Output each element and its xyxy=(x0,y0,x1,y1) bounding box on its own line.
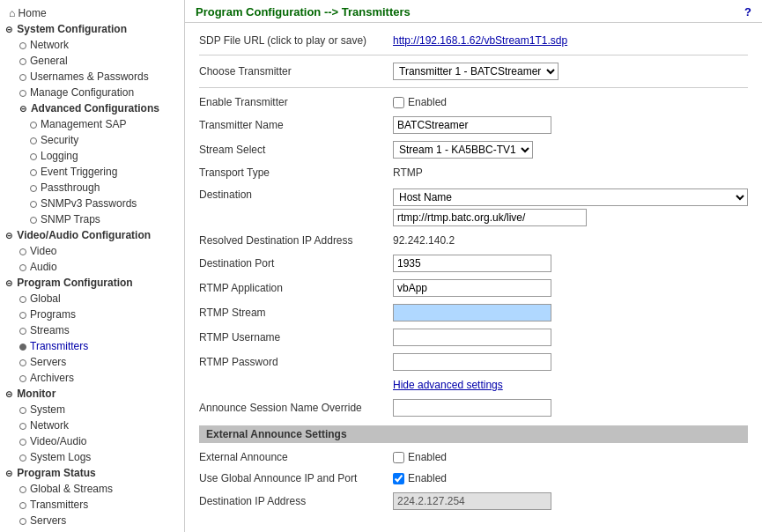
stream-select-value: Stream 1 - KA5BBC-TV1 xyxy=(393,141,748,159)
sidebar-item-network1[interactable]: Network xyxy=(0,37,184,53)
sidebar-item-video-audio[interactable]: ⊝ Video/Audio Configuration xyxy=(0,227,184,243)
stream-select-select[interactable]: Stream 1 - KA5BBC-TV1 xyxy=(393,141,533,159)
sidebar-item-program-config[interactable]: ⊝ Program Configuration xyxy=(0,275,184,291)
sidebar-item-servers-status[interactable]: Servers xyxy=(0,513,184,528)
enable-transmitter-row: Enable Transmitter Enabled xyxy=(199,92,748,113)
enable-transmitter-label: Enable Transmitter xyxy=(199,96,393,108)
collapse-icon: ⊝ xyxy=(19,104,26,114)
sidebar-item-system-config[interactable]: ⊝ System Configuration xyxy=(0,21,184,37)
sidebar-item-system-mon[interactable]: System xyxy=(0,402,184,417)
sidebar-item-mgmt-sap[interactable]: Management SAP xyxy=(0,116,184,132)
sidebar-item-snmp-traps[interactable]: SNMP Traps xyxy=(0,211,184,227)
bullet-icon xyxy=(19,423,26,430)
sidebar-item-home[interactable]: ⌂ Home xyxy=(0,5,184,21)
bullet-icon xyxy=(30,185,37,192)
rtmp-username-input[interactable] xyxy=(393,329,551,346)
bullet-icon xyxy=(19,486,26,493)
collapse-icon: ⊝ xyxy=(5,278,12,288)
sidebar-item-video-audio-mon[interactable]: Video/Audio xyxy=(0,433,184,449)
sidebar-item-label: Event Triggering xyxy=(41,166,117,178)
sidebar-item-label: System Configuration xyxy=(17,23,127,35)
sidebar-item-streams[interactable]: Streams xyxy=(0,322,184,338)
ext-announce-checkbox[interactable] xyxy=(393,452,404,463)
sidebar-item-label: Servers xyxy=(30,514,66,527)
sidebar-item-general[interactable]: General xyxy=(0,53,184,69)
bullet-icon xyxy=(19,74,26,81)
sidebar-item-transmitters-status[interactable]: Transmitters xyxy=(0,497,184,513)
rtmp-stream-value xyxy=(393,304,748,321)
rtmp-stream-row: RTMP Stream xyxy=(199,300,748,325)
hide-advanced-link[interactable]: Hide advanced settings xyxy=(393,379,503,391)
rtmp-stream-input[interactable] xyxy=(393,304,551,321)
sidebar-item-label: Transmitters xyxy=(30,340,88,352)
transport-type-value: RTMP xyxy=(393,166,748,179)
sidebar-item-program-status[interactable]: ⊝ Program Status xyxy=(0,465,184,481)
rtmp-app-input[interactable] xyxy=(393,279,551,297)
destination-port-row: Destination Port xyxy=(199,251,748,276)
sdp-label: SDP File URL (click to play or save) xyxy=(199,34,393,47)
bullet-icon xyxy=(19,454,26,462)
transmitter-name-input[interactable] xyxy=(393,116,551,134)
enable-transmitter-checkbox[interactable] xyxy=(393,97,404,108)
bullet-icon xyxy=(19,375,26,382)
bullet-icon xyxy=(19,264,26,271)
bullet-icon xyxy=(19,312,26,319)
sdp-url[interactable]: http://192.168.1.62/vbStream1T1.sdp xyxy=(393,34,567,47)
sidebar-item-video[interactable]: Video xyxy=(0,243,184,259)
sidebar-item-label: General xyxy=(30,55,68,67)
sidebar-item-label: Management SAP xyxy=(41,118,126,130)
rtmp-username-label: RTMP Username xyxy=(199,331,393,344)
sidebar-item-label: System xyxy=(30,403,65,416)
collapse-icon: ⊝ xyxy=(5,389,12,399)
bullet-icon xyxy=(30,169,37,176)
choose-transmitter-select[interactable]: Transmitter 1 - BATCStreamer xyxy=(393,63,559,80)
destination-port-input[interactable] xyxy=(393,255,551,272)
help-link[interactable]: ? xyxy=(744,5,751,18)
destination-url-input[interactable] xyxy=(393,209,587,226)
dest-ip-value xyxy=(393,492,748,510)
destination-type-select[interactable]: Host Name IP Address xyxy=(393,188,748,206)
sidebar-item-programs[interactable]: Programs xyxy=(0,307,184,322)
sidebar-item-label: SNMP Traps xyxy=(41,213,100,225)
sidebar-item-system-logs[interactable]: System Logs xyxy=(0,449,184,465)
sidebar-item-passthrough[interactable]: Passthrough xyxy=(0,180,184,196)
bullet-icon xyxy=(19,502,26,509)
destination-label: Destination xyxy=(199,188,393,201)
rtmp-password-input[interactable] xyxy=(393,353,551,371)
sidebar-item-label: Passthrough xyxy=(41,181,100,194)
dest-ip-input[interactable] xyxy=(393,492,551,510)
bullet-icon xyxy=(19,359,26,366)
use-global-checkbox[interactable] xyxy=(393,473,404,484)
sidebar-item-label: Servers xyxy=(30,356,66,368)
sidebar-item-transmitters[interactable]: Transmitters xyxy=(0,338,184,354)
sidebar-item-global[interactable]: Global xyxy=(0,291,184,307)
sidebar-item-snmpv3[interactable]: SNMPv3 Passwords xyxy=(0,196,184,211)
sidebar-item-label: Archivers xyxy=(30,372,74,384)
sidebar-item-manage-config[interactable]: Manage Configuration xyxy=(0,85,184,100)
page-title: Program Configuration --> Transmitters xyxy=(196,5,411,18)
sidebar-item-servers[interactable]: Servers xyxy=(0,354,184,370)
transmitter-name-value xyxy=(393,116,748,134)
bullet-icon xyxy=(19,42,26,49)
use-global-label: Use Global Announce IP and Port xyxy=(199,472,393,484)
announce-session-input[interactable] xyxy=(393,399,551,417)
sidebar-item-event-triggering[interactable]: Event Triggering xyxy=(0,164,184,180)
sidebar-item-security[interactable]: Security xyxy=(0,132,184,148)
sidebar-item-logging[interactable]: Logging xyxy=(0,148,184,164)
sidebar-item-global-streams[interactable]: Global & Streams xyxy=(0,481,184,497)
sidebar-item-label: Home xyxy=(18,7,47,19)
sidebar-item-label: Program Status xyxy=(17,467,95,479)
ext-announce-label: External Announce xyxy=(199,451,393,463)
sidebar-item-audio[interactable]: Audio xyxy=(0,259,184,275)
sidebar-item-archivers[interactable]: Archivers xyxy=(0,370,184,386)
sidebar-item-usernames[interactable]: Usernames & Passwords xyxy=(0,69,184,85)
sidebar-item-label: Logging xyxy=(41,150,78,162)
rtmp-username-row: RTMP Username xyxy=(199,325,748,350)
page-header: Program Configuration --> Transmitters ? xyxy=(185,0,762,23)
sidebar-item-network2[interactable]: Network xyxy=(0,417,184,433)
sidebar-item-label: Video xyxy=(30,245,56,257)
sidebar-item-advanced-config[interactable]: ⊝ Advanced Configurations xyxy=(0,100,184,116)
destination-port-value xyxy=(393,255,748,272)
sidebar-item-monitor[interactable]: ⊝ Monitor xyxy=(0,386,184,402)
transport-type-row: Transport Type RTMP xyxy=(199,162,748,183)
